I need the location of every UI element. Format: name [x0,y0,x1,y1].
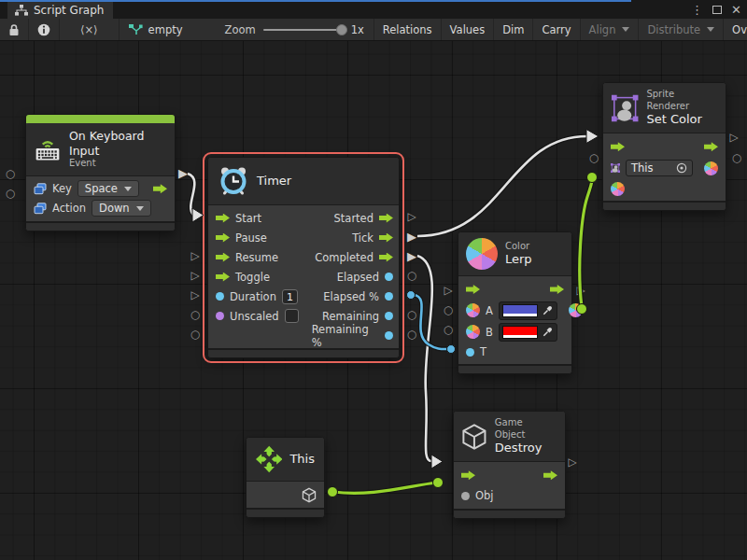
node-footer [208,348,399,357]
zoom-slider[interactable] [263,29,344,31]
target-object-field[interactable]: This [626,160,693,176]
color-port-a[interactable] [466,303,480,317]
unscaled-checkbox[interactable] [285,309,299,323]
wire-arrowhead [192,208,204,222]
tick-out-port[interactable] [379,233,393,243]
destroy-flow-out-outer-port[interactable]: ▷ [568,456,576,468]
sprite-target-port[interactable] [611,161,620,175]
zoom-slider-handle[interactable] [336,24,347,35]
code-preview-button[interactable]: ⟨×⟩ [60,19,120,40]
obj-in-port[interactable] [461,492,470,500]
timer-pause-outer-port[interactable]: ▷ [190,250,199,261]
elapsed-out-port[interactable] [385,273,393,281]
resume-in-port[interactable] [216,253,230,262]
eyedropper-icon[interactable] [542,326,554,338]
eyedropper-icon[interactable] [542,304,554,316]
zoom-control: Zoom 1x [216,19,374,40]
remaining-out-port[interactable] [385,312,393,320]
elapsed-percent-out-port[interactable] [385,292,393,301]
toggle-in-port[interactable] [216,273,230,282]
graph-canvas[interactable]: On Keyboard Input Event Key Space [0,41,747,560]
game-object-out-port[interactable] [302,487,317,503]
completed-out-port[interactable] [379,253,393,262]
t-in-port[interactable] [466,348,474,357]
lerp-flow-in-outer-port[interactable]: ▷ [444,285,452,296]
values-button[interactable]: Values [442,19,495,40]
timer-started-outer-port[interactable]: ▷ [407,211,416,222]
keyboard-trigger-outer-port[interactable]: ▶ [178,167,188,179]
started-out-port[interactable] [379,214,393,223]
align-dropdown[interactable]: Align [581,19,640,40]
node-timer[interactable]: Timer Start Started Pause Tick Resume Co… [207,157,400,358]
node-on-keyboard-input[interactable]: On Keyboard Input Event Key Space [25,114,176,231]
duration-input[interactable]: 1 [282,289,298,304]
timer-duration-outer-port[interactable]: ○ [190,309,200,320]
relations-button[interactable]: Relations [374,19,442,40]
enum-icon [34,203,47,215]
timer-remaining-percent-outer-port[interactable]: ○ [407,329,416,340]
node-sprite-renderer-set-color[interactable]: Sprite Renderer Set Color [602,82,726,211]
dim-button[interactable]: Dim [494,19,533,40]
window-menu-icon[interactable]: ⋮ [691,3,703,17]
inspect-button[interactable] [29,19,60,40]
overview-button[interactable]: Overview [724,19,747,40]
flow-in-port[interactable] [461,470,475,480]
carry-button[interactable]: Carry [533,19,580,40]
lerp-flow-out-outer-port[interactable]: ▷ [576,285,585,296]
timer-resume-outer-port[interactable]: ▷ [190,270,199,281]
flow-in-port[interactable] [466,285,480,294]
key-dropdown[interactable]: Space [78,180,139,197]
trigger-out-port[interactable] [153,184,167,193]
color-port-b[interactable] [466,325,480,339]
timer-elapsed-outer-port[interactable]: ○ [407,270,416,281]
wire-endpoint [407,291,416,300]
color-result-out-port[interactable] [569,303,583,317]
lock-button[interactable] [0,19,29,40]
color-in-port[interactable] [611,182,625,196]
keyboard-key-outer-port[interactable]: ○ [6,168,15,179]
a-label: A [486,304,493,317]
action-dropdown[interactable]: Down [92,200,151,217]
color-field-b[interactable] [499,323,557,342]
flow-out-port[interactable] [704,142,718,151]
timer-tick-outer-port[interactable]: ▶ [407,231,416,243]
flow-out-port[interactable] [543,470,557,480]
object-picker-icon[interactable] [676,162,687,174]
graph-breadcrumb[interactable]: empty [120,19,191,40]
flow-in-port[interactable] [611,142,625,151]
sprite-renderer-icon [611,92,639,124]
node-footer [603,201,726,210]
wire-outline [417,136,587,236]
color-out-port[interactable] [704,161,718,175]
completed-label: Completed [315,251,374,264]
start-in-port[interactable] [216,214,230,223]
sprite-this-outer-port[interactable]: ○ [589,152,599,163]
remaining-percent-out-port[interactable] [385,331,393,340]
timer-completed-outer-port[interactable]: ▶ [407,250,416,262]
lerp-b-outer-port[interactable]: ○ [444,324,453,335]
distribute-dropdown[interactable]: Distribute [639,19,724,40]
maximize-icon[interactable] [712,6,722,14]
graph-toolbar: ⟨×⟩ empty Zoom 1x Relations Values Dim [0,19,747,41]
keyboard-action-outer-port[interactable]: ○ [6,188,15,199]
sprite-flow-out-outer-port[interactable]: ▷ [729,132,738,143]
flow-out-port[interactable] [550,285,564,294]
close-icon[interactable]: ✕ [731,3,741,17]
node-color-lerp[interactable]: Color Lerp A [458,231,572,374]
node-game-object-destroy[interactable]: Game Object Destroy Obj [453,411,566,519]
color-field-a[interactable] [499,301,557,320]
duration-label: Duration [230,290,276,303]
tab-script-graph[interactable]: Script Graph [7,2,113,19]
node-this[interactable]: This [246,437,325,518]
lerp-a-outer-port[interactable]: ○ [444,304,453,315]
timer-toggle-outer-port[interactable]: ▷ [190,289,199,301]
pause-label: Pause [235,231,267,245]
pause-in-port[interactable] [216,233,230,243]
chevron-down-icon [136,206,144,211]
toggle-label: Toggle [235,271,270,284]
timer-unscaled-outer-port[interactable]: ○ [190,329,200,340]
timer-remaining-outer-port[interactable]: ○ [407,309,416,320]
duration-in-port[interactable] [216,292,224,301]
sprite-color-outer-port[interactable]: ○ [732,152,741,163]
unscaled-in-port[interactable] [216,312,224,320]
